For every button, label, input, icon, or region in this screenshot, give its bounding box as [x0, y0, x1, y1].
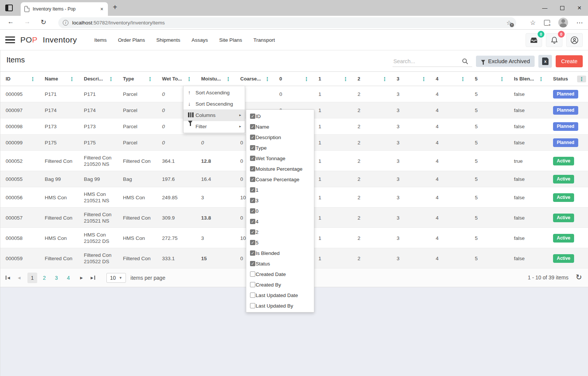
column-menu-icon[interactable]: ⋮	[536, 76, 546, 82]
column-menu-icon[interactable]: ⋮	[497, 76, 506, 82]
column-header-moisture[interactable]: Moistu...⋮	[196, 72, 235, 86]
checkbox-unchecked-icon[interactable]	[250, 293, 255, 298]
column-toggle-id[interactable]: ✓ID	[246, 111, 314, 121]
menu-item-sort-ascending[interactable]: ↑ Sort Ascending	[183, 87, 245, 98]
column-header-c2[interactable]: 2⋮	[352, 72, 391, 86]
column-menu-icon[interactable]: ⋮	[185, 76, 194, 82]
checkbox-checked-icon[interactable]: ✓	[250, 135, 255, 140]
page-number-2[interactable]: 2	[39, 273, 49, 283]
checkbox-checked-icon[interactable]: ✓	[250, 250, 255, 256]
back-button[interactable]: ←	[8, 18, 14, 26]
column-toggle-last-updated-date[interactable]: Last Updated Date	[246, 290, 314, 300]
page-number-1[interactable]: 1	[27, 273, 37, 283]
inbox-button[interactable]: 0	[526, 33, 542, 47]
checkbox-checked-icon[interactable]: ✓	[250, 229, 255, 235]
checkbox-unchecked-icon[interactable]	[250, 271, 255, 277]
checkbox-unchecked-icon[interactable]	[250, 282, 255, 287]
checkbox-checked-icon[interactable]: ✓	[250, 198, 255, 203]
checkbox-checked-icon[interactable]: ✓	[250, 187, 255, 193]
url-text[interactable]: localhost:50782/Inventory/InventoryItems	[72, 20, 506, 26]
next-page-button[interactable]: ►	[79, 275, 84, 280]
window-close-button[interactable]: ✕	[571, 0, 588, 16]
column-menu-icon[interactable]: ⋮	[341, 76, 350, 82]
nav-link-site-plans[interactable]: Site Plans	[219, 37, 242, 43]
column-header-c1[interactable]: 1⋮	[313, 72, 352, 86]
exclude-archived-button[interactable]: Exclude Archived	[476, 56, 535, 67]
column-toggle-3[interactable]: ✓3	[246, 195, 314, 206]
column-menu-icon[interactable]: ⋮	[302, 76, 311, 82]
column-header-c5[interactable]: 5⋮	[470, 72, 509, 86]
column-toggle-type[interactable]: ✓Type	[246, 143, 314, 153]
column-header-c3[interactable]: 3⋮	[391, 72, 430, 86]
first-page-button[interactable]: ◄	[6, 275, 11, 280]
site-info-icon[interactable]: i	[63, 20, 68, 26]
refresh-button[interactable]: ↻	[41, 18, 46, 26]
create-button[interactable]: Create	[556, 55, 583, 67]
nav-link-items[interactable]: Items	[94, 37, 107, 43]
column-menu-icon[interactable]: ⋮	[263, 76, 272, 82]
favorites-icon[interactable]: ☆	[530, 19, 536, 27]
collections-icon[interactable]	[544, 20, 550, 26]
last-page-button[interactable]: ►	[90, 275, 95, 280]
column-toggle-1[interactable]: ✓1	[246, 185, 314, 195]
forward-button[interactable]: →	[24, 18, 30, 26]
column-toggle-created-by[interactable]: Created By	[246, 279, 314, 290]
column-header-description[interactable]: Descri...⋮	[79, 72, 118, 86]
notifications-button[interactable]: 0	[546, 33, 562, 47]
menu-item-columns[interactable]: Columns ►	[183, 109, 245, 121]
column-header-c0[interactable]: 0⋮	[274, 72, 313, 86]
column-toggle-5[interactable]: ✓5	[246, 237, 314, 248]
column-header-wet[interactable]: Wet To...⋮	[157, 72, 196, 86]
window-minimize-button[interactable]: —	[536, 0, 553, 16]
checkbox-unchecked-icon[interactable]	[250, 303, 255, 308]
checkbox-checked-icon[interactable]: ✓	[250, 124, 255, 129]
column-toggle-2[interactable]: ✓2	[246, 227, 314, 237]
pager-refresh-button[interactable]: ↻	[576, 273, 582, 282]
column-toggle-is-blended[interactable]: ✓Is Blended	[246, 248, 314, 258]
column-header-status[interactable]: Status⋮	[548, 72, 588, 86]
column-menu-icon[interactable]: ⋮	[67, 76, 76, 82]
nav-link-transport[interactable]: Transport	[253, 37, 275, 43]
window-maximize-button[interactable]	[553, 0, 571, 16]
column-menu-icon[interactable]: ⋮	[577, 76, 586, 82]
column-menu-icon[interactable]: ⋮	[419, 76, 428, 82]
menu-item-filter[interactable]: Filter ►	[183, 121, 245, 132]
checkbox-checked-icon[interactable]: ✓	[250, 208, 255, 214]
column-header-id[interactable]: ID⋮	[0, 72, 39, 86]
previous-page-button[interactable]: ◄	[17, 275, 21, 280]
checkbox-checked-icon[interactable]: ✓	[250, 156, 255, 161]
column-toggle-wet-tonnage[interactable]: ✓Wet Tonnage	[246, 153, 314, 164]
checkbox-checked-icon[interactable]: ✓	[250, 219, 255, 224]
page-number-3[interactable]: 3	[52, 273, 61, 283]
hamburger-menu-icon[interactable]	[5, 35, 15, 45]
column-header-type[interactable]: Type⋮	[118, 72, 157, 86]
nav-link-assays[interactable]: Assays	[192, 37, 208, 43]
column-menu-icon[interactable]: ⋮	[106, 76, 115, 82]
app-brand[interactable]: POPInventory	[20, 35, 77, 44]
column-toggle-status[interactable]: ✓Status	[246, 258, 314, 269]
column-toggle-created-date[interactable]: Created Date	[246, 269, 314, 279]
nav-link-shipments[interactable]: Shipments	[156, 37, 180, 43]
page-number-4[interactable]: 4	[64, 273, 73, 283]
column-menu-icon[interactable]: ⋮	[224, 76, 233, 82]
tab-actions-icon[interactable]	[5, 5, 13, 11]
menu-item-sort-descending[interactable]: ↓ Sort Descending	[183, 98, 245, 109]
browser-profile-avatar[interactable]	[558, 18, 568, 27]
column-header-c4[interactable]: 4⋮	[430, 72, 470, 86]
search-input[interactable]	[393, 56, 462, 67]
checkbox-checked-icon[interactable]: ✓	[250, 166, 255, 171]
column-toggle-0[interactable]: ✓0	[246, 206, 314, 216]
column-menu-icon[interactable]: ⋮	[458, 76, 467, 82]
browser-menu-icon[interactable]: ⋯	[576, 19, 583, 27]
address-bar[interactable]: i localhost:50782/Inventory/InventoryIte…	[58, 17, 516, 28]
table-row[interactable]: 000095P171P171Parcel000012345falsePlanne…	[0, 86, 588, 102]
column-toggle-name[interactable]: ✓Name	[246, 121, 314, 132]
column-header-coarse[interactable]: Coarse...⋮	[235, 72, 274, 86]
checkbox-checked-icon[interactable]: ✓	[250, 240, 255, 245]
add-favorite-icon[interactable]: ☆+	[506, 19, 512, 26]
checkbox-checked-icon[interactable]: ✓	[250, 114, 255, 119]
page-size-dropdown[interactable]: 10▼	[106, 273, 126, 283]
column-header-blended[interactable]: Is Blen...⋮	[509, 72, 548, 86]
column-toggle-4[interactable]: ✓4	[246, 216, 314, 227]
browser-tab[interactable]: Inventory Items - Pop ×	[21, 2, 108, 16]
